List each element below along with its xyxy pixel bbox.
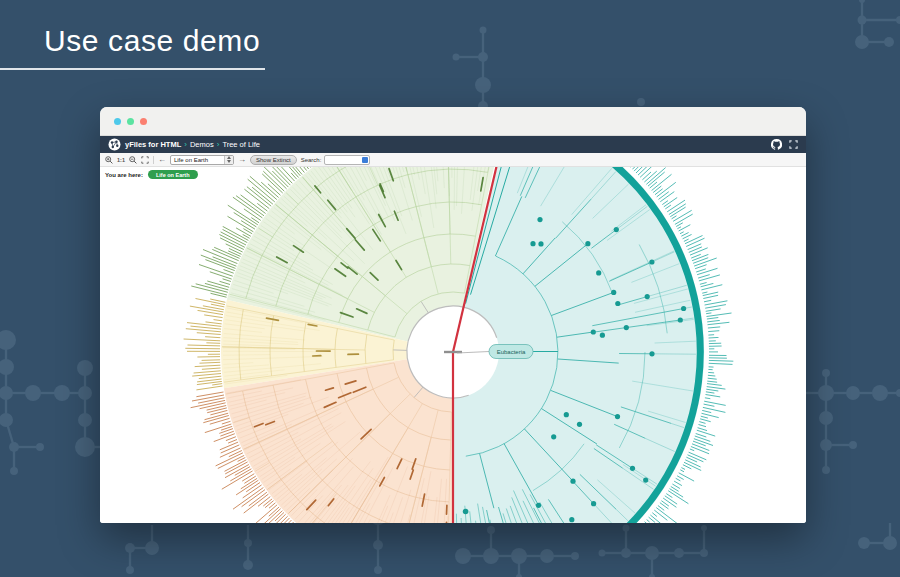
demo-toolbar: 1:1 ← Life on Earth → Show Extinct Searc… bbox=[100, 153, 806, 167]
molecule-cluster bbox=[0, 330, 100, 475]
molecule-cluster bbox=[125, 525, 159, 574]
molecule-cluster bbox=[855, 0, 900, 49]
brand-title[interactable]: yFiles for HTML bbox=[125, 140, 181, 149]
zoom-out-icon[interactable] bbox=[129, 156, 137, 164]
toolbar-separator bbox=[153, 156, 154, 164]
zoom-original-button[interactable]: 1:1 bbox=[117, 157, 125, 163]
browser-window: yFiles for HTML › Demos › Tree of Life 1 bbox=[100, 107, 806, 523]
window-control-close[interactable] bbox=[114, 118, 121, 125]
search-action-icon[interactable] bbox=[362, 157, 368, 163]
yfiles-logo-icon bbox=[108, 138, 121, 151]
title-underline bbox=[0, 68, 265, 70]
stage: Use case demo yFiles for HTML › Demos bbox=[0, 0, 900, 577]
window-control-minimize[interactable] bbox=[127, 118, 134, 125]
taxon-dropdown[interactable]: Life on Earth bbox=[170, 155, 234, 165]
search-label: Search: bbox=[301, 157, 322, 163]
molecule-cluster bbox=[453, 27, 492, 112]
tree-of-life-visualization[interactable]: Eubacteria bbox=[100, 167, 806, 523]
breadcrumb-separator: › bbox=[184, 140, 187, 149]
navigate-up-icon[interactable]: ← bbox=[158, 156, 166, 164]
molecule-cluster bbox=[806, 369, 900, 474]
taxon-dropdown-value: Life on Earth bbox=[171, 157, 224, 163]
github-icon[interactable] bbox=[771, 139, 782, 150]
window-titlebar bbox=[100, 107, 806, 136]
you-are-here-label: You are here: bbox=[105, 172, 143, 178]
molecule-cluster bbox=[637, 98, 645, 106]
location-status: You are here: Life on Earth bbox=[105, 170, 198, 179]
zoom-in-icon[interactable] bbox=[105, 156, 113, 164]
fit-content-icon[interactable] bbox=[141, 156, 149, 164]
demo-content: Eubacteria You are here: Life on Earth bbox=[100, 167, 806, 523]
search-box bbox=[324, 155, 370, 165]
breadcrumb-tree-of-life[interactable]: Tree of Life bbox=[222, 140, 260, 149]
leaf-ticks-yellow bbox=[184, 299, 226, 390]
demo-header: yFiles for HTML › Demos › Tree of Life bbox=[100, 136, 806, 153]
molecule-cluster bbox=[455, 526, 579, 577]
dropdown-arrows-icon bbox=[224, 156, 233, 164]
molecule-cluster bbox=[858, 523, 897, 550]
page-title: Use case demo bbox=[44, 24, 260, 58]
fullscreen-icon[interactable] bbox=[789, 140, 798, 149]
navigate-down-icon[interactable]: → bbox=[238, 156, 246, 164]
location-badge[interactable]: Life on Earth bbox=[148, 170, 198, 179]
window-control-maximize[interactable] bbox=[140, 118, 147, 125]
breadcrumb-demos[interactable]: Demos bbox=[190, 140, 214, 149]
molecule-cluster bbox=[599, 525, 709, 577]
svg-text:Eubacteria: Eubacteria bbox=[497, 349, 526, 355]
show-extinct-toggle[interactable]: Show Extinct bbox=[250, 155, 297, 165]
molecule-cluster bbox=[243, 525, 253, 570]
breadcrumb-separator: › bbox=[217, 140, 220, 149]
